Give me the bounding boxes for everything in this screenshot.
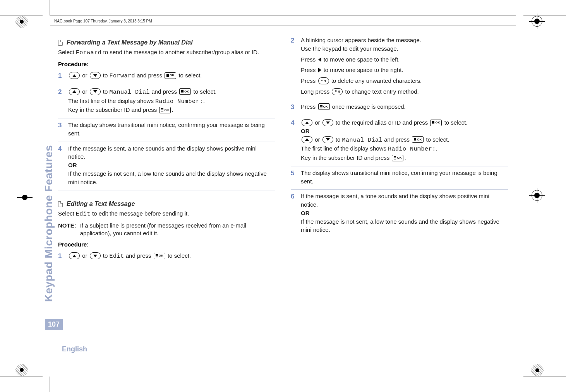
intro-text: Select Forward to send the message to an… [58,48,275,57]
print-hatch-mark [15,364,28,376]
ok-key-icon: OK [154,253,165,259]
print-cross-mark [17,190,33,205]
down-key-icon [322,119,333,126]
down-key-icon [322,136,333,143]
crop-mark [523,376,566,377]
step-4: 4 If the message is sent, a tone sounds … [58,142,275,191]
step-number: 1 [58,71,68,81]
running-header: NAG.book Page 107 Thursday, January 3, 2… [54,19,516,23]
step-number: 3 [291,103,301,112]
or-label: OR [301,128,310,134]
left-arrow-icon [318,57,321,62]
hash-key-icon: #§ [332,88,343,95]
crop-mark [50,377,50,392]
ok-key-icon: OK [430,120,442,126]
page-frame: NAG.book Page 107 Thursday, January 3, 2… [50,15,516,377]
up-key-icon [302,136,312,143]
step-2: 2 or to Manual Dial and press OK to sele… [58,85,275,118]
step-number: 4 [58,144,68,187]
ok-key-icon: OK [318,103,330,110]
ok-key-icon: OK [165,72,176,79]
step-number: 3 [58,121,68,138]
print-hatch-mark [531,364,544,377]
step-1: 1 or to Forward and press OK to select. [58,69,275,85]
ok-key-icon: OK [392,155,403,161]
subheading-text: Editing a Text Message [67,200,135,207]
crop-mark [0,376,43,377]
step-6: 6 If the message is sent, a tone sounds … [291,190,508,238]
step-number: 5 [291,169,301,186]
down-key-icon [90,88,101,95]
note-label: NOTE: [58,222,76,238]
ok-key-icon: OK [179,88,191,95]
page-icon [58,201,63,207]
ok-key-icon: OK [412,136,424,143]
step-number: 2 [291,36,301,96]
step-4: 4 or to the required alias or ID and pre… [291,116,508,166]
print-registration-mark [531,190,543,201]
crop-mark [523,15,566,16]
step-2: 2 A blinking cursor appears beside the m… [291,34,508,100]
up-key-icon [69,252,80,259]
intro-text: Select Edit to edit the message before s… [58,210,275,218]
side-tab-label: Keypad Microphone Features [43,145,55,302]
print-hatch-mark [15,15,28,28]
up-key-icon [69,88,80,95]
print-registration-mark [531,15,543,27]
note-text: If a subject line is present (for messag… [80,222,275,238]
step-1: 1 or to Edit and press OK to select. [58,249,275,265]
crop-mark [0,15,43,16]
header-rule [50,15,516,16]
step-number: 2 [58,87,68,114]
crop-mark [50,0,50,15]
step-number: 1 [58,252,68,261]
procedure-label: Procedure: [58,241,275,248]
language-label: English [62,345,87,353]
step-number: 6 [291,192,301,234]
header-rule [50,26,516,26]
right-column: 2 A blinking cursor appears beside the m… [291,34,508,265]
right-arrow-icon [318,68,321,72]
up-key-icon [69,72,80,79]
step-3: 3 The display shows transitional mini no… [58,118,275,142]
up-key-icon [302,119,312,126]
step-5: 5 The display shows transitional mini no… [291,166,508,190]
note-block: NOTE: If a subject line is present (for … [58,222,275,238]
subheading-editing: Editing a Text Message [58,200,275,207]
subheading-forwarding: Forwarding a Text Message by Manual Dial [58,39,275,46]
step-3: 3 Press OK once message is composed. [291,100,508,116]
step-number: 4 [291,118,301,162]
procedure-label: Procedure: [58,61,275,67]
or-label: OR [301,210,310,216]
down-key-icon [90,72,101,79]
ok-key-icon: OK [159,107,171,113]
down-key-icon [90,252,101,259]
left-column: Forwarding a Text Message by Manual Dial… [58,34,275,265]
subheading-text: Forwarding a Text Message by Manual Dial [67,39,193,46]
page-icon [58,40,63,46]
page-number: 107 [45,319,63,330]
or-label: OR [68,162,77,168]
star-key-icon: * [318,77,329,84]
